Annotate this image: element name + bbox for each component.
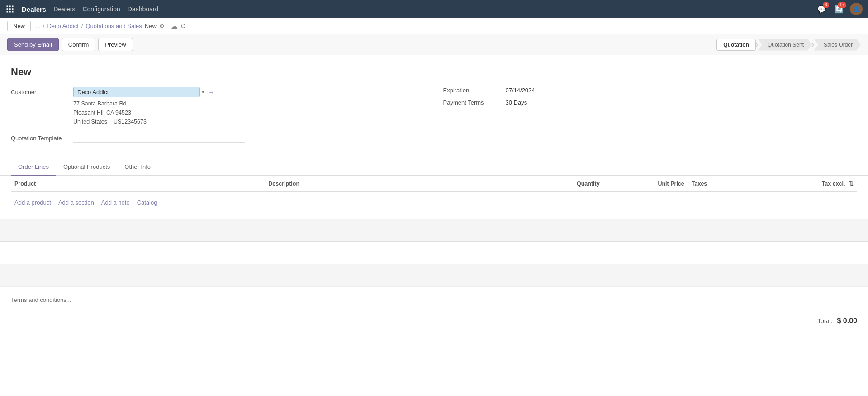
breadcrumb-deco-addict[interactable]: Deco Addict xyxy=(47,23,78,29)
activity-icon-button[interactable]: 🔄 17 xyxy=(833,3,845,15)
empty-table-row xyxy=(11,192,857,196)
customer-row: Customer ▾ → 77 Santa Barbara Rd Pleasan… xyxy=(11,87,425,126)
total-row: Total: $ 0.00 xyxy=(0,312,868,329)
expiration-row: Expiration 07/14/2024 xyxy=(443,87,858,94)
col-header-product: Product xyxy=(11,176,265,192)
white-section xyxy=(0,241,868,264)
address-line2: Pleasant Hill CA 94523 xyxy=(73,108,425,117)
add-section-link[interactable]: Add a section xyxy=(58,199,94,206)
table-header: Product Description Quantity Unit Price … xyxy=(11,176,857,192)
customer-dropdown-icon[interactable]: ▾ xyxy=(202,89,204,95)
breadcrumb-ellipsis[interactable]: ... xyxy=(35,23,40,29)
breadcrumb-bar: New ... / Deco Addict / Quotations and S… xyxy=(0,18,868,34)
catalog-link[interactable]: Catalog xyxy=(137,199,157,206)
breadcrumb-quotations[interactable]: Quotations and Sales xyxy=(85,23,142,29)
breadcrumb-sep2: / xyxy=(81,23,83,29)
quotation-template-label: Quotation Template xyxy=(11,135,70,142)
gray-section-2 xyxy=(0,264,868,286)
status-sales-order[interactable]: Sales Order xyxy=(814,39,861,51)
footer-area xyxy=(0,286,868,312)
status-quotation[interactable]: Quotation xyxy=(716,39,756,51)
address-line1: 77 Santa Barbara Rd xyxy=(73,99,425,108)
customer-external-link-icon[interactable]: → xyxy=(208,89,214,96)
col-header-unit-price: Unit Price xyxy=(603,176,688,192)
main-content: New Customer ▾ → 77 Santa Barbara Rd Ple xyxy=(0,55,868,396)
new-button[interactable]: New xyxy=(7,21,31,31)
activity-badge: 17 xyxy=(838,2,846,8)
total-label: Total: xyxy=(817,317,832,324)
status-pipeline: Quotation › Quotation Sent › Sales Order xyxy=(716,39,861,51)
payment-terms-value[interactable]: 30 Days xyxy=(506,99,527,106)
order-table: Product Description Quantity Unit Price … xyxy=(11,176,857,196)
col-header-description: Description xyxy=(265,176,518,192)
send-email-button[interactable]: Send by Email xyxy=(7,38,59,51)
terms-input[interactable] xyxy=(11,296,857,303)
add-row: Add a product Add a section Add a note C… xyxy=(11,196,857,210)
col-header-taxes: Taxes xyxy=(688,176,773,192)
brand-title: Dealers xyxy=(22,5,46,13)
customer-label: Customer xyxy=(11,87,70,95)
topnav-right: 💬 6 🔄 17 👤 xyxy=(816,3,863,15)
total-value: $ 0.00 xyxy=(837,317,857,325)
apps-menu-button[interactable] xyxy=(5,5,14,14)
pipeline-arrow-1: › xyxy=(755,40,758,49)
tax-excl-label: Tax excl. xyxy=(822,181,845,187)
add-note-link[interactable]: Add a note xyxy=(101,199,130,206)
table-area: Product Description Quantity Unit Price … xyxy=(0,176,868,210)
form-area: New Customer ▾ → 77 Santa Barbara Rd Ple xyxy=(0,55,868,150)
col-toggle-icon[interactable]: ⇅ xyxy=(849,181,854,187)
left-column: Customer ▾ → 77 Santa Barbara Rd Pleasan… xyxy=(11,87,425,150)
col-header-quantity: Quantity xyxy=(519,176,603,192)
col-header-tax-excl: Tax excl. ⇅ xyxy=(773,176,857,192)
action-buttons: Send by Email Confirm Preview xyxy=(7,38,133,51)
table-body xyxy=(11,192,857,196)
address-line3: United States – US12345673 xyxy=(73,117,425,126)
payment-terms-label: Payment Terms xyxy=(443,99,502,106)
breadcrumb-icons: ☁ ↺ xyxy=(171,22,186,30)
customer-address: 77 Santa Barbara Rd Pleasant Hill CA 945… xyxy=(73,99,425,126)
quotation-template-input[interactable] xyxy=(73,134,245,143)
status-quotation-sent[interactable]: Quotation Sent xyxy=(758,39,812,51)
customer-field-wrapper: ▾ → 77 Santa Barbara Rd Pleasant Hill CA… xyxy=(73,87,425,126)
refresh-icon[interactable]: ↺ xyxy=(180,22,186,30)
tab-other-info[interactable]: Other Info xyxy=(117,159,158,176)
form-grid: Customer ▾ → 77 Santa Barbara Rd Pleasan… xyxy=(11,87,857,150)
chat-icon-button[interactable]: 💬 6 xyxy=(816,3,828,15)
payment-terms-row: Payment Terms 30 Days xyxy=(443,99,858,106)
tab-order-lines[interactable]: Order Lines xyxy=(11,159,56,176)
add-product-link[interactable]: Add a product xyxy=(14,199,51,206)
top-menu: Dealers Configuration Dashboard xyxy=(53,5,158,13)
menu-dealers[interactable]: Dealers xyxy=(53,5,75,13)
quotation-template-row: Quotation Template xyxy=(11,134,425,143)
customer-input-wrapper: ▾ → xyxy=(73,87,245,97)
gray-section-1 xyxy=(0,219,868,241)
expiration-value[interactable]: 07/14/2024 xyxy=(506,87,535,94)
menu-dashboard[interactable]: Dashboard xyxy=(128,5,159,13)
breadcrumb-sep1: / xyxy=(43,23,45,29)
cloud-save-icon[interactable]: ☁ xyxy=(171,22,178,30)
page-title: New xyxy=(11,66,857,78)
confirm-button[interactable]: Confirm xyxy=(62,38,96,51)
preview-button[interactable]: Preview xyxy=(98,38,133,51)
expiration-label: Expiration xyxy=(443,87,502,94)
action-bar: Send by Email Confirm Preview Quotation … xyxy=(0,34,868,55)
tabs: Order Lines Optional Products Other Info xyxy=(0,159,868,176)
chat-badge: 6 xyxy=(823,2,829,8)
top-navigation: Dealers Dealers Configuration Dashboard … xyxy=(0,0,868,18)
settings-gear-icon[interactable]: ⚙ xyxy=(159,23,165,29)
user-avatar[interactable]: 👤 xyxy=(850,3,863,15)
breadcrumb-current: New xyxy=(145,23,157,29)
menu-configuration[interactable]: Configuration xyxy=(82,5,120,13)
tab-optional-products[interactable]: Optional Products xyxy=(56,159,117,176)
customer-input[interactable] xyxy=(73,87,200,97)
right-column: Expiration 07/14/2024 Payment Terms 30 D… xyxy=(443,87,858,150)
